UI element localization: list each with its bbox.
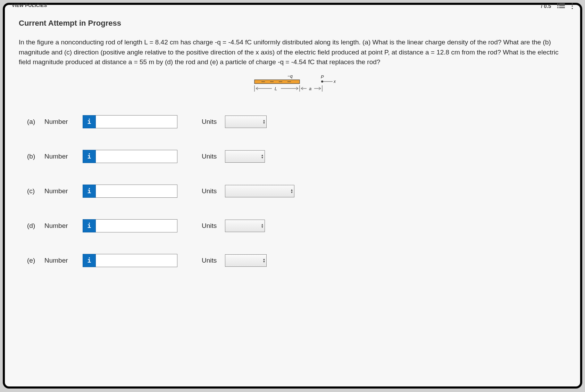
part-label: (e) <box>27 257 44 264</box>
svg-rect-5 <box>559 7 565 8</box>
number-input[interactable] <box>96 254 177 267</box>
units-select[interactable] <box>225 150 265 163</box>
units-select[interactable] <box>225 254 267 267</box>
svg-rect-7 <box>254 80 300 84</box>
units-label: Units <box>202 257 217 264</box>
svg-text:P: P <box>321 74 324 79</box>
part-label: (a) <box>27 118 44 126</box>
menu-dots-icon[interactable]: ··· <box>571 2 573 10</box>
svg-text:−q: −q <box>287 74 293 79</box>
units-select[interactable] <box>225 220 265 232</box>
info-icon[interactable]: i <box>83 150 96 163</box>
svg-text:a: a <box>309 86 311 91</box>
answer-row-c: (c)NumberiUnits▲▼ <box>27 185 566 198</box>
number-input[interactable] <box>96 219 177 232</box>
number-label: Number <box>44 118 83 126</box>
units-label: Units <box>202 153 217 160</box>
svg-text:L: L <box>275 86 277 91</box>
problem-diagram: −q P x <box>19 74 566 98</box>
number-label: Number <box>44 257 83 264</box>
units-select[interactable] <box>225 185 294 197</box>
view-policies-link[interactable]: VIEW POLICIES <box>12 3 47 8</box>
units-select[interactable] <box>225 116 267 128</box>
info-icon[interactable]: i <box>83 115 96 128</box>
info-icon[interactable]: i <box>83 219 96 232</box>
units-label: Units <box>202 118 217 126</box>
problem-statement: In the figure a nonconducting rod of len… <box>19 37 566 67</box>
number-input[interactable] <box>96 150 177 163</box>
answer-row-b: (b)NumberiUnits▲▼ <box>27 150 566 163</box>
svg-rect-4 <box>557 7 559 8</box>
number-label: Number <box>44 153 83 160</box>
part-label: (c) <box>27 187 44 195</box>
number-label: Number <box>44 222 83 230</box>
info-icon[interactable]: i <box>83 254 96 267</box>
attempt-heading: Current Attempt in Progress <box>19 19 566 28</box>
score-text: / 0.5 <box>541 3 551 9</box>
number-input[interactable] <box>96 185 177 198</box>
answer-row-d: (d)NumberiUnits▲▼ <box>27 219 566 232</box>
number-input[interactable] <box>96 115 177 128</box>
svg-rect-1 <box>559 3 565 5</box>
top-right-icons: / 0.5 ··· <box>541 2 573 10</box>
units-label: Units <box>202 187 217 195</box>
answer-row-a: (a)NumberiUnits▲▼ <box>27 115 566 128</box>
svg-text:x: x <box>333 79 336 84</box>
answer-row-e: (e)NumberiUnits▲▼ <box>27 254 566 267</box>
svg-rect-2 <box>557 5 559 6</box>
part-label: (d) <box>27 222 44 230</box>
info-icon[interactable]: i <box>83 185 96 198</box>
svg-point-12 <box>321 80 323 83</box>
units-label: Units <box>202 222 217 230</box>
part-label: (b) <box>27 153 44 160</box>
svg-rect-3 <box>559 5 565 6</box>
number-label: Number <box>44 187 83 195</box>
list-icon[interactable] <box>557 3 565 9</box>
svg-rect-0 <box>557 3 559 5</box>
